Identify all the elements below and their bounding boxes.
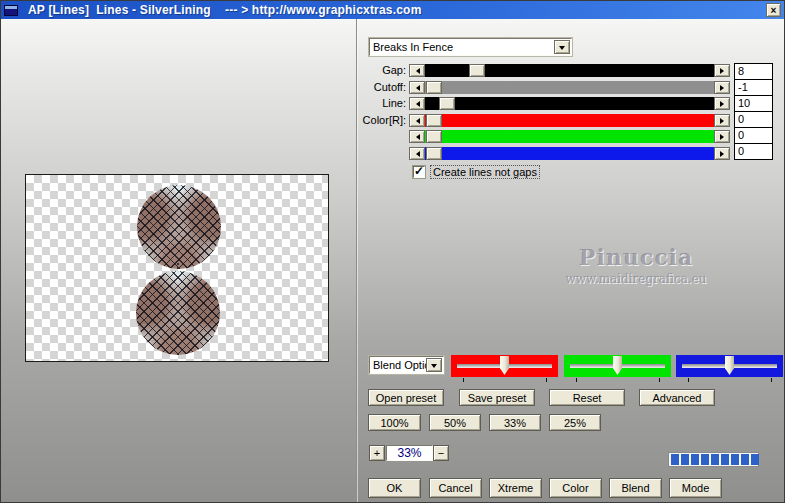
- slider-thumb[interactable]: [426, 114, 442, 127]
- slider-left-arrow[interactable]: [409, 114, 425, 127]
- slider-label: Cutoff:: [326, 81, 406, 93]
- open-preset-button[interactable]: Open preset: [368, 389, 444, 406]
- slider-right-arrow[interactable]: [714, 81, 730, 94]
- progress-segment: [721, 454, 729, 465]
- progress-segment: [671, 454, 679, 465]
- chevron-down-icon[interactable]: [426, 358, 442, 372]
- zoom-out-button[interactable]: −: [433, 445, 449, 461]
- slider-left-arrow[interactable]: [409, 81, 425, 94]
- slider-tick: [771, 378, 772, 382]
- slider-label: Line:: [326, 97, 406, 109]
- zoom-100-button[interactable]: 100%: [368, 414, 421, 431]
- color-b-value-field[interactable]: 0: [734, 143, 773, 160]
- gap-value-field[interactable]: 8: [734, 63, 773, 80]
- slider-left-arrow[interactable]: [409, 147, 425, 160]
- blend-red-slider[interactable]: [451, 355, 558, 377]
- watermark-url: www.maidiregrafica.eu: [521, 272, 751, 286]
- blend-options-dropdown[interactable]: Blend Optio: [369, 356, 444, 374]
- checkbox-check-icon[interactable]: [413, 166, 425, 178]
- slider-right-arrow[interactable]: [714, 130, 730, 143]
- window-title: AP [Lines] Lines - SilverLining --- > ht…: [28, 3, 422, 17]
- app-icon: [4, 5, 18, 16]
- slider-tick: [659, 378, 660, 382]
- progress-segment: [731, 454, 739, 465]
- zoom-50-button[interactable]: 50%: [429, 414, 481, 431]
- preview-shape-top: [137, 185, 221, 269]
- progress-segment: [751, 454, 759, 465]
- cancel-button[interactable]: Cancel: [429, 478, 482, 498]
- ok-button[interactable]: OK: [368, 478, 421, 498]
- progress-segment: [701, 454, 709, 465]
- save-preset-button[interactable]: Save preset: [459, 389, 535, 406]
- slider-thumb[interactable]: [500, 356, 509, 375]
- cutoff-value-field[interactable]: -1: [734, 79, 773, 96]
- watermark: Pinuccia www.maidiregrafica.eu: [521, 244, 751, 286]
- slider-track[interactable]: [425, 97, 714, 110]
- plugin-window: AP [Lines] Lines - SilverLining --- > ht…: [0, 0, 785, 503]
- slider-left-arrow[interactable]: [409, 64, 425, 77]
- preview-shape-bottom: [136, 271, 220, 355]
- zoom-25-button[interactable]: 25%: [549, 414, 601, 431]
- slider-tick: [576, 378, 577, 382]
- slider-left-arrow[interactable]: [409, 97, 425, 110]
- slider-left-arrow[interactable]: [409, 130, 425, 143]
- slider-thumb[interactable]: [725, 356, 734, 375]
- slider-thumb[interactable]: [426, 130, 442, 143]
- zoom-33-button[interactable]: 33%: [489, 414, 541, 431]
- color-button[interactable]: Color: [549, 478, 602, 498]
- slider-thumb[interactable]: [426, 147, 442, 160]
- zoom-in-button[interactable]: +: [369, 445, 385, 461]
- slider-right-arrow[interactable]: [714, 147, 730, 160]
- line-value-field[interactable]: 10: [734, 95, 773, 112]
- checkbox-label: Create lines not gaps: [430, 165, 540, 179]
- color-g-value-field[interactable]: 0: [734, 127, 773, 144]
- progress-segment: [741, 454, 749, 465]
- slider-tick: [688, 378, 689, 382]
- blend-button[interactable]: Blend: [609, 478, 662, 498]
- slider-thumb[interactable]: [469, 64, 485, 77]
- progress-segment: [691, 454, 699, 465]
- slider-label: Color[R]:: [326, 114, 406, 126]
- zoom-level-field[interactable]: 33%: [386, 445, 433, 461]
- slider-tick: [463, 378, 464, 382]
- slider-tick: [546, 378, 547, 382]
- slider-thumb[interactable]: [439, 97, 455, 110]
- create-lines-checkbox[interactable]: Create lines not gaps: [413, 165, 540, 179]
- mode-button[interactable]: Mode: [669, 478, 722, 498]
- effect-preset-value: Breaks In Fence: [370, 41, 554, 53]
- slider-right-arrow[interactable]: [714, 114, 730, 127]
- slider-thumb[interactable]: [613, 356, 622, 375]
- chevron-down-icon[interactable]: [554, 40, 570, 54]
- progress-bar: [668, 452, 759, 467]
- slider-track[interactable]: [425, 64, 714, 77]
- blend-green-slider[interactable]: [564, 355, 671, 377]
- slider-track[interactable]: [425, 114, 714, 127]
- color-r-value-field[interactable]: 0: [734, 111, 773, 128]
- blend-blue-slider[interactable]: [676, 355, 783, 377]
- slider-value-stack: 8 -1 10 0 0 0: [734, 63, 773, 160]
- slider-right-arrow[interactable]: [714, 97, 730, 110]
- slider-track[interactable]: [425, 81, 714, 94]
- effect-preset-dropdown[interactable]: Breaks In Fence: [369, 38, 572, 56]
- close-button[interactable]: ×: [766, 3, 781, 17]
- preview-canvas: [25, 174, 329, 362]
- slider-right-arrow[interactable]: [714, 64, 730, 77]
- slider-label: Gap:: [326, 64, 406, 76]
- blend-options-value: Blend Optio: [370, 359, 426, 371]
- slider-track[interactable]: [425, 130, 714, 143]
- title-bar: AP [Lines] Lines - SilverLining --- > ht…: [1, 1, 784, 19]
- watermark-name: Pinuccia: [521, 244, 751, 270]
- slider-track[interactable]: [425, 147, 714, 160]
- xtreme-button[interactable]: Xtreme: [489, 478, 542, 498]
- progress-segment: [711, 454, 719, 465]
- advanced-button[interactable]: Advanced: [639, 389, 715, 406]
- progress-segment: [681, 454, 689, 465]
- reset-button[interactable]: Reset: [549, 389, 625, 406]
- slider-thumb[interactable]: [426, 81, 442, 94]
